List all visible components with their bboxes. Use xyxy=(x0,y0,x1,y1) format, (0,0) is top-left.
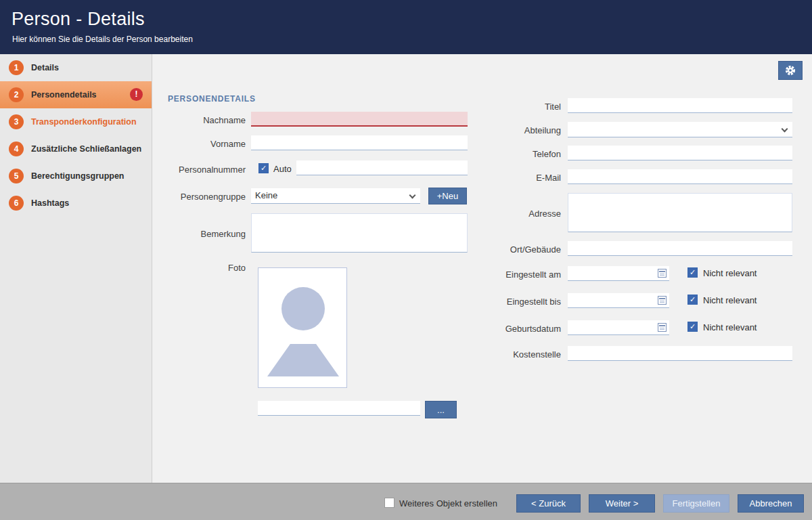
titel-label: Titel xyxy=(478,102,561,112)
personengruppe-select[interactable]: Keine xyxy=(251,188,420,204)
page-subtitle: Hier können Sie die Details der Person b… xyxy=(12,35,193,44)
geburtsdatum-nicht-relevant-checkbox[interactable] xyxy=(687,322,698,332)
step-number-badge: 5 xyxy=(9,169,24,183)
telefon-label: Telefon xyxy=(478,149,561,159)
abteilung-label: Abteilung xyxy=(478,125,561,135)
calendar-icon[interactable] xyxy=(658,269,667,278)
finish-button[interactable]: Fertigstellen xyxy=(663,494,729,513)
nicht-relevant-label: Nicht relevant xyxy=(703,295,757,305)
browse-photo-button[interactable]: ... xyxy=(425,401,457,418)
page-title: Person - Details xyxy=(12,9,145,30)
calendar-icon[interactable] xyxy=(658,296,667,305)
sidebar-item-details[interactable]: 1 Details xyxy=(0,54,152,81)
nicht-relevant-label: Nicht relevant xyxy=(703,268,757,278)
weiteres-objekt-checkbox[interactable] xyxy=(384,498,394,508)
vorname-field[interactable] xyxy=(251,135,468,150)
sidebar-item-label: Zusätzliche Schließanlagen xyxy=(31,144,141,154)
person-silhouette-icon xyxy=(267,344,339,376)
auto-checkbox[interactable] xyxy=(258,163,269,173)
ort-gebaeude-label: Ort/Gebäude xyxy=(478,244,561,255)
sidebar-item-hashtags[interactable]: 6 Hashtags xyxy=(0,190,152,217)
foto-label: Foto xyxy=(160,263,246,273)
calendar-icon[interactable] xyxy=(658,323,667,332)
personalnummer-label: Personalnummer xyxy=(160,165,246,175)
sidebar-item-berechtigungsgruppen[interactable]: 5 Berechtigungsgruppen xyxy=(0,162,152,190)
sidebar-item-label: Transponderkonfiguration xyxy=(31,117,137,127)
photo-placeholder xyxy=(258,267,347,388)
vorname-label: Vorname xyxy=(160,139,246,149)
eingestellt-bis-field[interactable] xyxy=(568,293,669,308)
step-number-badge: 6 xyxy=(9,196,24,211)
kostenstelle-field[interactable] xyxy=(568,346,792,361)
error-badge-icon: ! xyxy=(130,88,143,101)
step-number-badge: 1 xyxy=(9,60,24,75)
section-title: PERSONENDETAILS xyxy=(168,94,256,104)
eingestellt-am-field[interactable] xyxy=(568,266,669,281)
eingestellt-bis-nicht-relevant-checkbox[interactable] xyxy=(687,295,698,305)
next-button[interactable]: Weiter > xyxy=(589,494,655,513)
geburtsdatum-field[interactable] xyxy=(568,320,669,335)
sidebar-item-transponderkonfiguration[interactable]: 3 Transponderkonfiguration xyxy=(0,108,152,135)
chevron-down-icon xyxy=(409,192,416,199)
settings-button[interactable] xyxy=(778,61,803,80)
nicht-relevant-label: Nicht relevant xyxy=(703,322,757,332)
back-button[interactable]: < Zurück xyxy=(516,494,581,513)
step-number-badge: 2 xyxy=(9,87,24,102)
personengruppe-selected-value: Keine xyxy=(255,190,277,200)
titel-field[interactable] xyxy=(568,98,792,113)
adresse-label: Adresse xyxy=(478,209,561,219)
eingestellt-bis-label: Eingestellt bis xyxy=(478,297,561,307)
wizard-step-list: 1 Details 2 Personendetails ! 3 Transpon… xyxy=(0,54,152,483)
cancel-button[interactable]: Abbrechen xyxy=(738,494,804,513)
kostenstelle-label: Kostenstelle xyxy=(478,349,561,360)
ort-gebaeude-field[interactable] xyxy=(568,241,792,256)
geburtsdatum-label: Geburtsdatum xyxy=(478,324,561,334)
sidebar-item-label: Details xyxy=(31,63,59,72)
person-details-window: Person - Details Hier können Sie die Det… xyxy=(0,0,812,520)
weiteres-objekt-label: Weiteres Objekt erstellen xyxy=(399,498,497,508)
personengruppe-label: Personengruppe xyxy=(160,192,246,202)
sidebar-item-label: Personendetails xyxy=(31,90,97,100)
sidebar-item-personendetails[interactable]: 2 Personendetails ! xyxy=(0,81,152,108)
photo-path-field[interactable] xyxy=(258,401,420,416)
eingestellt-am-label: Eingestellt am xyxy=(478,269,561,280)
nachname-field[interactable] xyxy=(251,112,468,127)
wizard-footer: Weiteres Objekt erstellen < Zurück Weite… xyxy=(0,483,812,520)
adresse-field[interactable] xyxy=(568,193,792,232)
auto-checkbox-label: Auto xyxy=(273,164,292,174)
person-silhouette-icon xyxy=(281,287,325,330)
sidebar-item-zusaetzliche-schliessanlagen[interactable]: 4 Zusätzliche Schließanlagen xyxy=(0,135,152,162)
step-number-badge: 3 xyxy=(9,114,24,129)
abteilung-select[interactable] xyxy=(568,122,792,137)
eingestellt-am-nicht-relevant-checkbox[interactable] xyxy=(687,267,698,278)
telefon-field[interactable] xyxy=(568,146,792,160)
email-label: E-Mail xyxy=(478,173,561,183)
email-field[interactable] xyxy=(568,169,792,184)
bemerkung-label: Bemerkung xyxy=(160,229,246,239)
new-group-button[interactable]: +Neu xyxy=(428,188,467,204)
sidebar-item-label: Berechtigungsgruppen xyxy=(31,171,125,181)
bemerkung-field[interactable] xyxy=(251,213,468,253)
chevron-down-icon xyxy=(782,126,788,133)
step-number-badge: 4 xyxy=(9,142,24,156)
nachname-label: Nachname xyxy=(160,115,246,125)
window-header: Person - Details Hier können Sie die Det… xyxy=(0,0,812,54)
gear-icon xyxy=(784,64,796,77)
sidebar-item-label: Hashtags xyxy=(31,198,69,208)
personalnummer-field[interactable] xyxy=(296,160,468,175)
form-area: PERSONENDETAILS Nachname Vorname Persona… xyxy=(153,54,812,483)
